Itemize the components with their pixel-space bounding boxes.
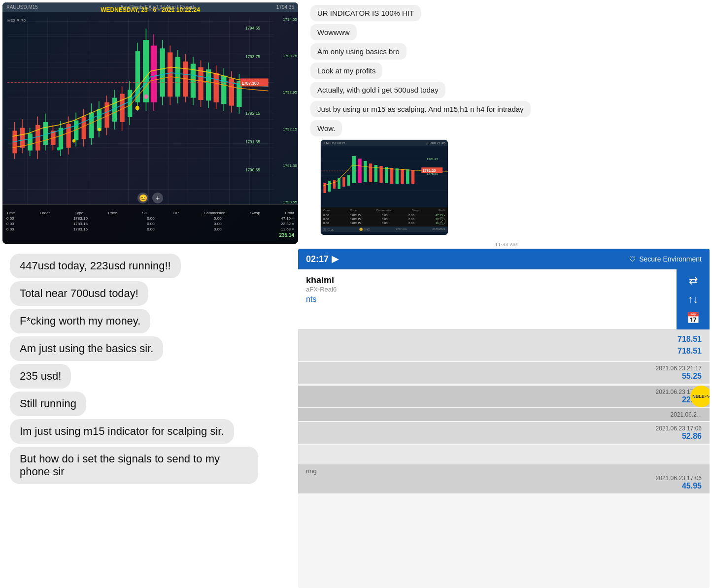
sort-icon[interactable]: ↑↓ (686, 293, 700, 306)
bottom-msg-7: Im just using m15 indicator for scalping… (10, 419, 234, 444)
chat-top-right: UR INDICATOR IS 100% HIT Wowwww Am only … (301, 0, 712, 246)
small-chart: XAUUSD M15 23 Jun 21:45 (320, 139, 448, 235)
bottom-msg-row-6: Still running (10, 392, 286, 416)
bottom-msg-row-8: But how do i set the signals to send to … (10, 447, 286, 484)
svg-rect-85 (328, 181, 331, 192)
chart-title-overlay: WEDNESDAY, 23 - 6 - 2021 10:22:24 (101, 6, 200, 13)
plus-button[interactable]: + (152, 193, 163, 203)
shield-icon: 🛡 (629, 255, 636, 263)
bottom-msg-row-2: Total near 700usd today! (10, 281, 286, 306)
chat-messages-top: UR INDICATOR IS 100% HIT Wowwww Am only … (310, 5, 702, 246)
time-display: 02:17 (306, 254, 329, 264)
account-sub: aFX-Real6 (306, 286, 669, 293)
msg-6: Just by using ur m15 as scalping. And m1… (310, 101, 531, 117)
svg-text:1794.55: 1794.55 (245, 26, 260, 31)
small-chart-bg: XAUUSD M15 23 Jun 21:45 (321, 140, 448, 235)
svg-point-67 (136, 106, 139, 110)
trade-amount-2: 22.86 (306, 395, 702, 404)
balance-row-2: 718.51 (306, 345, 702, 357)
msg-4: Look at my profits (310, 63, 382, 79)
chart-placeholder: XAUUSD,M15 AutoPivots EA v0.3 | Algo | E… (2, 2, 298, 244)
msg-5: Actually, with gold i get 500usd today (310, 82, 445, 98)
bottom-msg-1: 447usd today, 223usd running!! (10, 254, 181, 278)
bottom-msg-row-3: F*cking worth my money. (10, 309, 286, 333)
bottom-msg-6: Still running (10, 392, 86, 416)
account-name: khaimi (306, 275, 669, 286)
send-arrow-icon: ▶ (332, 254, 339, 264)
svg-rect-96 (385, 167, 388, 183)
svg-text:1791.35: 1791.35 (245, 139, 260, 144)
svg-text:1793.75: 1793.75 (245, 54, 260, 60)
emoji-button[interactable]: 😊 (137, 193, 148, 203)
exchange-icon[interactable]: ⇄ (686, 274, 700, 287)
msg-7: Wow. (310, 120, 342, 136)
bottom-msg-row-7: Im just using m15 indicator for scalping… (10, 419, 286, 444)
mini-table-row-2: 0.001783.150.000.0022.32 × (323, 217, 445, 221)
ring-label: ring (306, 467, 702, 475)
svg-text:1775.50: 1775.50 (427, 172, 439, 175)
blank-row (298, 445, 710, 464)
chart-data-row-5: 235.14 (6, 232, 294, 238)
chart-data-row-3: 0.001783.150.000.0022.32 × (6, 221, 294, 227)
msg-row-4: Look at my profits (310, 63, 702, 79)
trade-date-3: 2021.06.23 17:06 (306, 425, 702, 432)
trade-amount-4: 45.95 (306, 482, 702, 490)
trade-entry-1: 2021.06.23 21:17 55.25 (298, 362, 710, 384)
chat-bottom-left: 447usd today, 223usd running!! Total nea… (0, 249, 296, 588)
main-container: XAUUSD,M15 AutoPivots EA v0.3 | Algo | E… (0, 0, 712, 588)
price-6: 1790.55 (273, 200, 298, 204)
chart-info-overlay: M30 ▼ 76 (7, 18, 26, 23)
mini-table-row-3: 0.001783.150.000.0011.63 × (323, 221, 445, 225)
mini-chart-footer: 27°C ☁ 😊 ENG 9:57 am 24/6/2021 (321, 227, 448, 232)
trading-panel: 02:17 ▶ 🛡 Secure Environment khaimi aFX-… (298, 249, 710, 588)
trading-icons: ⇄ ↑↓ 📅 (677, 269, 710, 329)
svg-rect-92 (364, 161, 367, 182)
msg-row-5: Actually, with gold i get 500usd today (310, 82, 702, 98)
trading-header-right: 🛡 Secure Environment (629, 255, 702, 263)
chart-price-header: 1794.35 (276, 4, 294, 10)
msg-row-7: Wow. (310, 120, 702, 136)
bottom-msg-5: 235 usd! (10, 364, 71, 389)
account-nts: nts (306, 295, 669, 304)
trading-header: 02:17 ▶ 🛡 Secure Environment (298, 249, 710, 269)
svg-point-69 (98, 128, 101, 131)
svg-rect-100 (406, 169, 409, 184)
svg-text:1792.15: 1792.15 (245, 111, 260, 116)
account-section: khaimi aFX-Real6 nts ⇄ ↑↓ 📅 (298, 269, 710, 329)
msg-row-3: Am only using basics bro (310, 43, 702, 60)
chart-data-row-1: TimeOrderTypePriceS/LT/PCommissionSwapPr… (6, 210, 294, 216)
candlestick-chart: 1794.55 1793.75 1792.95 1792.15 1791.35 … (7, 17, 273, 204)
chart-data-row-2: 0.001783.150.000.0047.15 × (6, 216, 294, 221)
calendar-icon[interactable]: 📅 (686, 312, 700, 325)
price-1: 1794.55 (273, 17, 298, 22)
balance-value-1: 718.51 (678, 335, 702, 344)
expand-icon[interactable]: ⤢ (438, 217, 445, 225)
trade-amount-1: 55.25 (306, 372, 702, 381)
mini-table: OpenPriceCommissionSwapProfit 0.001783.1… (321, 207, 448, 227)
msg-2: Wowwww (310, 24, 357, 40)
svg-rect-101 (411, 170, 414, 184)
chart-container: XAUUSD,M15 AutoPivots EA v0.3 | Algo | E… (2, 2, 298, 244)
msg-row-1: UR INDICATOR IS 100% HIT (310, 5, 702, 21)
account-info: khaimi aFX-Real6 nts (298, 269, 677, 329)
svg-point-68 (144, 95, 148, 99)
trade-date-1: 2021.06.23 21:17 (306, 365, 702, 372)
msg-1: UR INDICATOR IS 100% HIT (310, 5, 421, 21)
mini-chart-header: XAUUSD M15 23 Jun 21:45 (321, 140, 448, 146)
partial-date: 2021.06.2... (306, 411, 702, 418)
svg-rect-89 (347, 175, 350, 186)
bottom-msg-8: But how do i set the signals to send to … (10, 447, 258, 484)
trade-entry-3: 2021.06.23 17:06 52.86 (298, 422, 710, 444)
price-3: 1792.95 (273, 90, 298, 95)
trade-amount-3: 52.86 (306, 432, 702, 441)
mini-chart-svg: 1781.25 1781.25 1775.50 (321, 146, 448, 205)
bottom-msg-row-5: 235 usd! (10, 364, 286, 389)
svg-rect-93 (369, 163, 372, 182)
svg-rect-90 (352, 156, 356, 183)
price-4: 1792.15 (273, 127, 298, 131)
svg-rect-99 (401, 169, 404, 184)
trade-entry-2: 2021.06.23 17:06 22.86 NBLE-∿ (298, 386, 710, 407)
trade-entry-4: ring 2021.06.23 17:06 45.95 (298, 464, 710, 493)
trading-time: 02:17 ▶ (306, 254, 339, 264)
trade-date-2: 2021.06.23 17:06 (306, 389, 702, 395)
